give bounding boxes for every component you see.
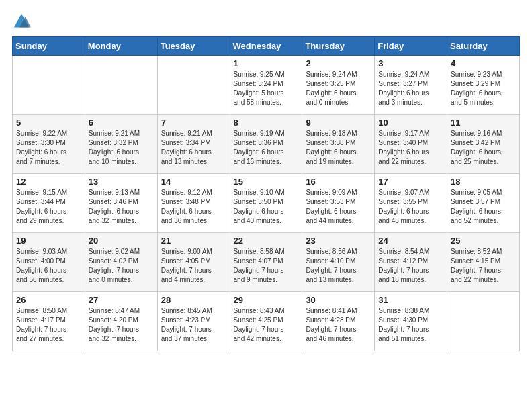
day-cell: 19Sunrise: 9:03 AM Sunset: 4:00 PM Dayli… <box>13 233 85 292</box>
day-number: 10 <box>378 118 443 128</box>
day-number: 20 <box>89 236 154 246</box>
weekday-tuesday: Tuesday <box>157 37 230 56</box>
day-info: Sunrise: 9:00 AM Sunset: 4:05 PM Dayligh… <box>161 247 226 285</box>
day-number: 5 <box>16 118 81 128</box>
day-info: Sunrise: 9:15 AM Sunset: 3:44 PM Dayligh… <box>16 188 81 226</box>
day-cell: 4Sunrise: 9:23 AM Sunset: 3:29 PM Daylig… <box>447 56 520 115</box>
day-info: Sunrise: 9:18 AM Sunset: 3:38 PM Dayligh… <box>306 129 371 167</box>
day-number: 25 <box>451 236 516 246</box>
header <box>12 12 520 31</box>
day-cell <box>85 56 157 115</box>
day-cell: 12Sunrise: 9:15 AM Sunset: 3:44 PM Dayli… <box>13 174 85 233</box>
day-cell: 24Sunrise: 8:54 AM Sunset: 4:12 PM Dayli… <box>375 233 447 292</box>
day-number: 8 <box>234 118 299 128</box>
day-info: Sunrise: 9:22 AM Sunset: 3:30 PM Dayligh… <box>16 129 81 167</box>
week-row-2: 5Sunrise: 9:22 AM Sunset: 3:30 PM Daylig… <box>13 115 520 174</box>
weekday-sunday: Sunday <box>13 37 85 56</box>
day-number: 21 <box>161 236 226 246</box>
day-cell: 8Sunrise: 9:19 AM Sunset: 3:36 PM Daylig… <box>230 115 302 174</box>
day-cell: 10Sunrise: 9:17 AM Sunset: 3:40 PM Dayli… <box>375 115 447 174</box>
day-cell: 3Sunrise: 9:24 AM Sunset: 3:27 PM Daylig… <box>375 56 447 115</box>
day-cell: 25Sunrise: 8:52 AM Sunset: 4:15 PM Dayli… <box>447 233 520 292</box>
day-info: Sunrise: 9:07 AM Sunset: 3:55 PM Dayligh… <box>378 188 443 226</box>
logo-icon <box>12 12 31 31</box>
day-cell: 21Sunrise: 9:00 AM Sunset: 4:05 PM Dayli… <box>157 233 230 292</box>
day-cell: 20Sunrise: 9:02 AM Sunset: 4:02 PM Dayli… <box>85 233 157 292</box>
page: SundayMondayTuesdayWednesdayThursdayFrid… <box>0 0 532 411</box>
day-info: Sunrise: 9:09 AM Sunset: 3:53 PM Dayligh… <box>306 188 371 226</box>
day-number: 15 <box>234 177 299 187</box>
day-info: Sunrise: 9:19 AM Sunset: 3:36 PM Dayligh… <box>234 129 299 167</box>
day-cell: 27Sunrise: 8:47 AM Sunset: 4:20 PM Dayli… <box>85 292 157 351</box>
weekday-header-row: SundayMondayTuesdayWednesdayThursdayFrid… <box>13 37 520 56</box>
day-cell: 28Sunrise: 8:45 AM Sunset: 4:23 PM Dayli… <box>157 292 230 351</box>
day-info: Sunrise: 8:43 AM Sunset: 4:25 PM Dayligh… <box>234 306 299 344</box>
day-number: 12 <box>16 177 81 187</box>
day-cell: 2Sunrise: 9:24 AM Sunset: 3:25 PM Daylig… <box>302 56 375 115</box>
day-number: 13 <box>89 177 154 187</box>
weekday-thursday: Thursday <box>302 37 375 56</box>
day-cell: 11Sunrise: 9:16 AM Sunset: 3:42 PM Dayli… <box>447 115 520 174</box>
day-number: 3 <box>378 58 443 68</box>
day-info: Sunrise: 9:10 AM Sunset: 3:50 PM Dayligh… <box>234 188 299 226</box>
day-info: Sunrise: 9:03 AM Sunset: 4:00 PM Dayligh… <box>16 247 81 285</box>
day-info: Sunrise: 8:50 AM Sunset: 4:17 PM Dayligh… <box>16 306 81 344</box>
weekday-saturday: Saturday <box>447 37 520 56</box>
day-number: 31 <box>378 295 443 305</box>
day-cell: 5Sunrise: 9:22 AM Sunset: 3:30 PM Daylig… <box>13 115 85 174</box>
day-number: 28 <box>161 295 226 305</box>
day-info: Sunrise: 8:56 AM Sunset: 4:10 PM Dayligh… <box>306 247 371 285</box>
day-cell: 9Sunrise: 9:18 AM Sunset: 3:38 PM Daylig… <box>302 115 375 174</box>
weekday-wednesday: Wednesday <box>230 37 302 56</box>
day-number: 1 <box>234 58 299 68</box>
day-number: 26 <box>16 295 81 305</box>
day-number: 7 <box>161 118 226 128</box>
day-number: 9 <box>306 118 371 128</box>
day-number: 22 <box>234 236 299 246</box>
day-cell: 15Sunrise: 9:10 AM Sunset: 3:50 PM Dayli… <box>230 174 302 233</box>
day-number: 30 <box>306 295 371 305</box>
day-info: Sunrise: 9:17 AM Sunset: 3:40 PM Dayligh… <box>378 129 443 167</box>
weekday-friday: Friday <box>375 37 447 56</box>
day-info: Sunrise: 9:21 AM Sunset: 3:32 PM Dayligh… <box>89 129 154 167</box>
day-cell: 23Sunrise: 8:56 AM Sunset: 4:10 PM Dayli… <box>302 233 375 292</box>
day-info: Sunrise: 9:12 AM Sunset: 3:48 PM Dayligh… <box>161 188 226 226</box>
day-number: 17 <box>378 177 443 187</box>
day-number: 2 <box>306 58 371 68</box>
day-number: 23 <box>306 236 371 246</box>
day-cell: 30Sunrise: 8:41 AM Sunset: 4:28 PM Dayli… <box>302 292 375 351</box>
week-row-1: 1Sunrise: 9:25 AM Sunset: 3:24 PM Daylig… <box>13 56 520 115</box>
day-cell: 13Sunrise: 9:13 AM Sunset: 3:46 PM Dayli… <box>85 174 157 233</box>
day-cell: 14Sunrise: 9:12 AM Sunset: 3:48 PM Dayli… <box>157 174 230 233</box>
logo <box>12 12 32 31</box>
day-info: Sunrise: 8:45 AM Sunset: 4:23 PM Dayligh… <box>161 306 226 344</box>
day-cell: 6Sunrise: 9:21 AM Sunset: 3:32 PM Daylig… <box>85 115 157 174</box>
day-info: Sunrise: 8:41 AM Sunset: 4:28 PM Dayligh… <box>306 306 371 344</box>
day-cell: 22Sunrise: 8:58 AM Sunset: 4:07 PM Dayli… <box>230 233 302 292</box>
day-number: 4 <box>451 58 516 68</box>
week-row-3: 12Sunrise: 9:15 AM Sunset: 3:44 PM Dayli… <box>13 174 520 233</box>
day-cell: 26Sunrise: 8:50 AM Sunset: 4:17 PM Dayli… <box>13 292 85 351</box>
day-info: Sunrise: 8:54 AM Sunset: 4:12 PM Dayligh… <box>378 247 443 285</box>
day-info: Sunrise: 9:13 AM Sunset: 3:46 PM Dayligh… <box>89 188 154 226</box>
day-number: 16 <box>306 177 371 187</box>
day-cell: 29Sunrise: 8:43 AM Sunset: 4:25 PM Dayli… <box>230 292 302 351</box>
day-cell <box>447 292 520 351</box>
weekday-monday: Monday <box>85 37 157 56</box>
day-info: Sunrise: 9:05 AM Sunset: 3:57 PM Dayligh… <box>451 188 516 226</box>
week-row-5: 26Sunrise: 8:50 AM Sunset: 4:17 PM Dayli… <box>13 292 520 351</box>
week-row-4: 19Sunrise: 9:03 AM Sunset: 4:00 PM Dayli… <box>13 233 520 292</box>
day-info: Sunrise: 9:21 AM Sunset: 3:34 PM Dayligh… <box>161 129 226 167</box>
day-cell: 16Sunrise: 9:09 AM Sunset: 3:53 PM Dayli… <box>302 174 375 233</box>
day-number: 18 <box>451 177 516 187</box>
day-cell: 7Sunrise: 9:21 AM Sunset: 3:34 PM Daylig… <box>157 115 230 174</box>
day-cell: 31Sunrise: 8:38 AM Sunset: 4:30 PM Dayli… <box>375 292 447 351</box>
day-number: 27 <box>89 295 154 305</box>
day-number: 19 <box>16 236 81 246</box>
day-number: 14 <box>161 177 226 187</box>
day-info: Sunrise: 8:58 AM Sunset: 4:07 PM Dayligh… <box>234 247 299 285</box>
day-info: Sunrise: 9:25 AM Sunset: 3:24 PM Dayligh… <box>234 70 299 107</box>
day-info: Sunrise: 9:24 AM Sunset: 3:27 PM Dayligh… <box>378 70 443 107</box>
day-info: Sunrise: 8:47 AM Sunset: 4:20 PM Dayligh… <box>89 306 154 344</box>
day-number: 6 <box>89 118 154 128</box>
